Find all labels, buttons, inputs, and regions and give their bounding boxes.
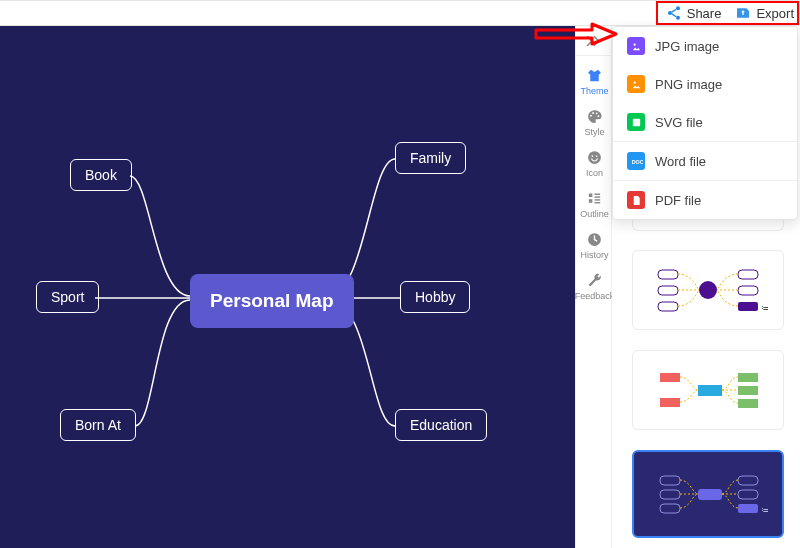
- pdf-file-icon: [627, 191, 645, 209]
- export-item-label: Word file: [655, 154, 706, 169]
- theme-preview-2[interactable]: ≔: [632, 250, 784, 330]
- export-item-label: JPG image: [655, 39, 719, 54]
- export-item-svg[interactable]: SVG file: [613, 103, 797, 141]
- svg-rect-23: [738, 302, 758, 311]
- rail-label-feedback: Feedback: [575, 291, 615, 301]
- center-node[interactable]: Personal Map: [190, 274, 354, 328]
- svg-rect-11: [595, 194, 601, 195]
- svg-rect-15: [595, 202, 601, 203]
- svg-point-5: [596, 112, 598, 114]
- chevron-double-right-icon: [586, 34, 604, 48]
- svg-rect-25: [698, 385, 722, 396]
- svg-rect-31: [698, 489, 722, 500]
- svg-rect-13: [589, 199, 593, 203]
- svg-rect-33: [660, 490, 680, 499]
- svg-file-icon: [627, 113, 645, 131]
- node-hobby[interactable]: Hobby: [400, 281, 470, 313]
- rail-label-theme: Theme: [580, 86, 608, 96]
- svg-rect-37: [738, 504, 758, 513]
- svg-text:DOC: DOC: [631, 159, 642, 165]
- svg-point-39: [633, 43, 635, 45]
- svg-rect-34: [660, 504, 680, 513]
- smile-icon: [586, 149, 603, 166]
- svg-point-17: [699, 281, 717, 299]
- palette-icon: [586, 108, 603, 125]
- svg-rect-19: [658, 286, 678, 295]
- word-file-icon: DOC: [627, 152, 645, 170]
- svg-rect-22: [738, 286, 758, 295]
- export-icon: [735, 5, 751, 21]
- svg-rect-26: [660, 373, 680, 382]
- node-book[interactable]: Book: [70, 159, 132, 191]
- svg-rect-10: [589, 194, 593, 198]
- rail-item-theme[interactable]: Theme: [576, 60, 613, 101]
- rail-label-style: Style: [584, 127, 604, 137]
- theme-preview-4[interactable]: ≔: [632, 450, 784, 538]
- svg-point-7: [588, 151, 601, 164]
- theme-thumbnail-icon: ≔: [648, 464, 768, 524]
- export-item-label: SVG file: [655, 115, 703, 130]
- svg-rect-14: [595, 199, 601, 200]
- svg-rect-27: [660, 398, 680, 407]
- rail-label-history: History: [580, 250, 608, 260]
- shirt-icon: [586, 67, 603, 84]
- svg-point-2: [676, 16, 680, 20]
- svg-point-3: [590, 115, 592, 117]
- top-bar: Share Export: [0, 0, 800, 26]
- node-born-at[interactable]: Born At: [60, 409, 136, 441]
- rail-item-feedback[interactable]: Feedback: [576, 265, 613, 306]
- clock-icon: [586, 231, 603, 248]
- svg-point-9: [596, 155, 598, 157]
- export-menu: JPG image PNG image SVG file DOC Word fi…: [612, 26, 798, 220]
- svg-text:≔: ≔: [761, 303, 768, 313]
- theme-thumbnail-icon: ≔: [648, 260, 768, 320]
- svg-rect-35: [738, 476, 758, 485]
- node-sport[interactable]: Sport: [36, 281, 99, 313]
- outline-icon: [586, 190, 603, 207]
- svg-point-1: [668, 11, 672, 15]
- svg-rect-21: [738, 270, 758, 279]
- rail-item-style[interactable]: Style: [576, 101, 613, 142]
- node-education[interactable]: Education: [395, 409, 487, 441]
- rail-item-outline[interactable]: Outline: [576, 183, 613, 224]
- svg-rect-30: [738, 399, 758, 408]
- svg-rect-20: [658, 302, 678, 311]
- collapse-panel-button[interactable]: [576, 26, 613, 56]
- svg-point-0: [676, 6, 680, 10]
- export-item-label: PDF file: [655, 193, 701, 208]
- svg-rect-36: [738, 490, 758, 499]
- theme-thumbnail-icon: [648, 360, 768, 420]
- rail-item-history[interactable]: History: [576, 224, 613, 265]
- rail-label-outline: Outline: [580, 209, 609, 219]
- svg-point-8: [592, 155, 594, 157]
- svg-rect-12: [595, 196, 601, 197]
- png-file-icon: [627, 75, 645, 93]
- svg-rect-28: [738, 373, 758, 382]
- svg-point-4: [592, 112, 594, 114]
- export-item-pdf[interactable]: PDF file: [613, 181, 797, 219]
- export-item-word[interactable]: DOC Word file: [613, 142, 797, 180]
- export-item-png[interactable]: PNG image: [613, 65, 797, 103]
- share-label: Share: [687, 6, 722, 21]
- side-rail: Theme Style Icon Outline History Feedbac…: [575, 26, 612, 548]
- share-icon: [666, 5, 682, 21]
- export-label: Export: [756, 6, 794, 21]
- rail-label-icon: Icon: [586, 168, 603, 178]
- theme-preview-3[interactable]: [632, 350, 784, 430]
- export-item-label: PNG image: [655, 77, 722, 92]
- wrench-icon: [586, 272, 603, 289]
- svg-rect-18: [658, 270, 678, 279]
- export-item-jpg[interactable]: JPG image: [613, 27, 797, 65]
- svg-rect-29: [738, 386, 758, 395]
- share-button[interactable]: Share: [666, 5, 722, 21]
- mindmap-canvas[interactable]: Personal Map Book Family Sport Hobby Bor…: [0, 26, 575, 548]
- svg-point-40: [633, 81, 635, 83]
- jpg-file-icon: [627, 37, 645, 55]
- svg-rect-41: [632, 118, 639, 125]
- rail-item-icon[interactable]: Icon: [576, 142, 613, 183]
- node-family[interactable]: Family: [395, 142, 466, 174]
- svg-text:≔: ≔: [761, 505, 768, 515]
- svg-point-6: [597, 115, 599, 117]
- svg-rect-32: [660, 476, 680, 485]
- export-button[interactable]: Export: [735, 5, 794, 21]
